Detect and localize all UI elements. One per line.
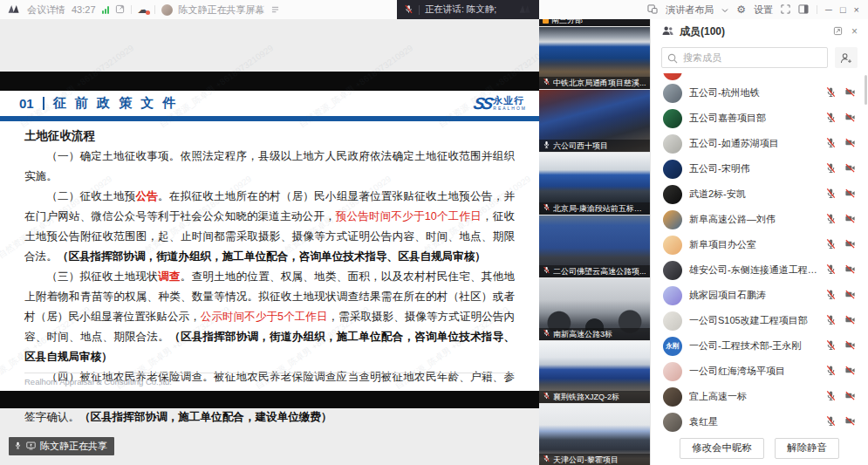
popout-panel-icon[interactable] (833, 24, 843, 39)
member-name: 袁红星 (689, 415, 818, 428)
mic-muted-icon (404, 4, 413, 16)
mic-muted-icon[interactable] (825, 237, 837, 253)
camera-off-icon[interactable] (844, 111, 856, 127)
members-title: 成员(100) (680, 24, 725, 39)
mic-muted-icon[interactable] (825, 338, 837, 354)
sharing-badge: 陈文静正在共享 (9, 437, 114, 455)
member-list: 五公司-杭州地铁五公司嘉善项目部五公司-如通苏湖项目五公司-宋明伟武道2标-安凯… (651, 72, 868, 449)
member-row[interactable]: 一公司红海湾场平项目 (651, 359, 868, 384)
divider (419, 5, 420, 15)
camera-off-icon[interactable] (844, 389, 856, 405)
close-button[interactable]: × (854, 5, 859, 15)
mic-muted-icon[interactable] (825, 212, 837, 228)
video-participant-name: 北京局-康渝段站前五标项目 (553, 203, 646, 214)
chevron-down-icon[interactable] (721, 4, 728, 15)
video-thumbnail-partial[interactable]: 南三分部 (539, 19, 650, 26)
camera-off-icon[interactable] (844, 136, 856, 152)
avatar (663, 387, 682, 407)
mic-muted-icon[interactable] (825, 288, 837, 304)
video-thumbnail[interactable]: 中铁北京局通甬项目慈溪... (539, 27, 650, 89)
video-thumbnail[interactable]: 南新高速公路3标 (539, 278, 650, 340)
mic-muted-icon[interactable] (825, 187, 837, 202)
member-name: 新阜高速公路—刘伟 (689, 213, 818, 226)
avatar (663, 210, 682, 229)
unmute-button[interactable]: 解除静音 (775, 438, 839, 459)
video-thumbnail[interactable]: 二公司佛望云高速公路项... (539, 215, 650, 277)
gear-icon[interactable]: ⚙ (736, 4, 746, 15)
search-member-input[interactable] (661, 47, 828, 68)
camera-off-icon[interactable] (844, 85, 856, 101)
member-row[interactable]: 宜上高速一标 (651, 384, 868, 409)
top-bar-right: 演讲者布局 ⚙ 设置 ─ □ × (647, 3, 868, 17)
mic-muted-icon[interactable] (825, 85, 837, 101)
company-logo: SS 永业行 REALHOM (474, 94, 527, 113)
app-logo-icon (7, 3, 21, 16)
camera-off-icon[interactable] (844, 263, 856, 278)
member-row[interactable]: 新阜项目办公室 (651, 232, 868, 257)
member-row[interactable]: 五公司嘉善项目部 (651, 106, 868, 131)
popout-window-icon[interactable] (115, 4, 125, 16)
member-row[interactable]: 五公司-如通苏湖项目 (651, 131, 868, 156)
avatar: 永刚 (663, 337, 682, 356)
members-icon (661, 24, 674, 39)
member-row[interactable]: 姚家园项目石鹏涛 (651, 283, 868, 308)
video-thumbnail[interactable]: 襄荆铁路XJZQ-2标 (539, 341, 650, 403)
meeting-details-button[interactable]: 会议详情 (27, 3, 65, 17)
cloud-record-icon[interactable]: ☁ (138, 4, 148, 15)
mic-muted-icon[interactable] (825, 263, 837, 278)
member-row[interactable]: 五公司-宋明伟 (651, 156, 868, 181)
sharer-avatar (161, 4, 173, 16)
camera-off-icon[interactable] (844, 288, 856, 304)
member-name: 宜上高速一标 (689, 390, 818, 403)
member-row[interactable]: 一公司S105改建工程项目部 (651, 308, 868, 333)
mic-muted-icon[interactable] (825, 136, 837, 152)
maximize-button[interactable]: □ (840, 5, 846, 15)
member-name: 姚家园项目石鹏涛 (689, 289, 818, 302)
member-row[interactable]: 袁红星 (651, 409, 868, 434)
slide-title-band: 01 征 前 政 策 文 件 SS 永业行 REALHOM (0, 91, 539, 116)
video-participant-name: 襄荆铁路XJZQ-2标 (553, 392, 619, 402)
member-name: 武道2标-安凯 (689, 188, 818, 201)
camera-off-icon[interactable] (844, 338, 856, 354)
add-member-button[interactable] (835, 47, 858, 68)
settings-button[interactable]: 设置 (754, 3, 773, 17)
camera-off-icon[interactable] (844, 364, 856, 380)
video-participant-name: 天津公司-黎霍项目 (553, 455, 619, 465)
mic-muted-icon[interactable] (825, 364, 837, 380)
slide-footer: Realhom Appraisal & Consulting Co.,ltd. (24, 373, 515, 386)
avatar (663, 362, 682, 381)
video-thumbnail[interactable]: 天津公司-黎霍项目 (539, 404, 650, 465)
slide-paragraph: （三）拟征收土地现状调查。查明土地的位置、权属、地类、面积，以及农村村民住宅、其… (24, 267, 515, 367)
layout-selector-button[interactable]: 演讲者布局 (666, 3, 714, 17)
close-panel-icon[interactable]: × (851, 25, 858, 38)
side-panel-toggle-icon[interactable] (798, 4, 809, 16)
video-thumbnail[interactable]: 六公司西十项目 (539, 90, 650, 152)
mic-muted-icon[interactable] (825, 313, 837, 329)
member-row[interactable]: 武道2标-安凯 (651, 181, 868, 207)
camera-off-icon[interactable] (844, 313, 856, 329)
change-nickname-button[interactable]: 修改会中昵称 (680, 438, 764, 459)
member-row[interactable]: 新阜高速公路—刘伟 (651, 207, 868, 232)
member-name: 一公司S105改建工程项目部 (689, 314, 818, 327)
sharing-menu-icon[interactable] (271, 4, 279, 15)
camera-off-icon[interactable] (844, 237, 856, 253)
minimize-button[interactable]: ─ (825, 5, 832, 15)
mic-muted-icon[interactable] (825, 111, 837, 127)
member-row[interactable]: 永刚一公司-工程技术部-王永刚 (651, 333, 868, 359)
mic-muted-icon[interactable] (825, 389, 837, 405)
member-row[interactable]: 五公司-杭州地铁 (651, 80, 868, 106)
avatar (663, 160, 682, 179)
mic-muted-icon[interactable] (825, 161, 837, 177)
scrollbar-thumb[interactable] (865, 75, 867, 105)
video-thumbnail-label: 中铁北京局通甬项目慈溪... (539, 77, 650, 89)
fullscreen-icon[interactable] (781, 4, 790, 16)
slide-section-title: 征 前 政 策 文 件 (53, 95, 179, 112)
mic-muted-icon[interactable] (825, 414, 837, 430)
member-row-partial[interactable] (651, 73, 868, 80)
video-thumbnail[interactable]: 北京局-康渝段站前五标项目 (539, 153, 650, 215)
camera-off-icon[interactable] (844, 414, 856, 430)
camera-off-icon[interactable] (844, 161, 856, 177)
camera-off-icon[interactable] (844, 187, 856, 202)
member-row[interactable]: 雄安公司-东侧连接通道工程项目向志良 (651, 257, 868, 283)
camera-off-icon[interactable] (844, 212, 856, 228)
